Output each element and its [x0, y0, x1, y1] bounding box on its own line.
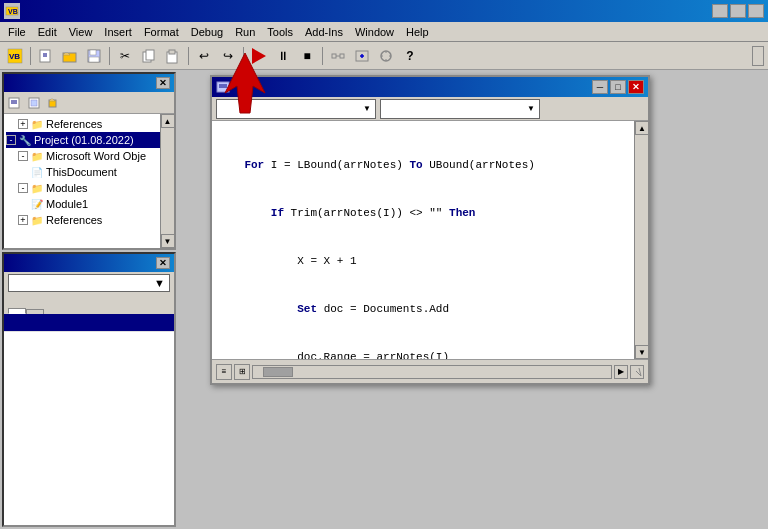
svg-rect-9 — [90, 50, 96, 55]
minimize-button[interactable] — [712, 4, 728, 18]
code-scroll-up[interactable]: ▲ — [635, 121, 648, 135]
toolbar-sep-3 — [188, 47, 189, 65]
properties-select-arrow: ▼ — [154, 277, 165, 289]
menu-item-debug[interactable]: Debug — [185, 22, 229, 41]
left-panel: ✕ — [0, 70, 178, 529]
project-toolbar — [4, 92, 174, 114]
menu-item-window[interactable]: Window — [349, 22, 400, 41]
properties-panel: ✕ ▼ — [2, 252, 176, 527]
menu-item-add-ins[interactable]: Add-Ins — [299, 22, 349, 41]
project-panel-close[interactable]: ✕ — [156, 77, 170, 89]
code-hscrollbar[interactable] — [252, 365, 612, 379]
tree-item-thisdocument[interactable]: 📄 ThisDocument — [6, 164, 172, 180]
menu-item-file[interactable]: File — [2, 22, 32, 41]
toolbar-sep-4 — [243, 47, 244, 65]
svg-rect-10 — [89, 57, 99, 62]
properties-panel-close[interactable]: ✕ — [156, 257, 170, 269]
toolbar-sep-1 — [30, 47, 31, 65]
undo-btn[interactable]: ↩ — [193, 45, 215, 67]
code-view-full-btn[interactable]: ⊞ — [234, 364, 250, 380]
code-title-left — [216, 80, 234, 94]
code-line-3: X = X + 1 — [218, 253, 628, 269]
toggle-folders-btn[interactable] — [46, 94, 64, 112]
cut-btn[interactable]: ✂ — [114, 45, 136, 67]
redo-btn[interactable]: ↪ — [217, 45, 239, 67]
code-general-combo[interactable]: ▼ — [216, 99, 376, 119]
tree-item-project[interactable]: - 🔧 Project (01.08.2022) — [6, 132, 172, 148]
design-btn[interactable] — [327, 45, 349, 67]
project-scrollbar: ▲ ▼ — [160, 114, 174, 248]
code-close-btn[interactable]: ✕ — [628, 80, 644, 94]
run-button[interactable] — [248, 45, 270, 67]
title-bar-buttons — [712, 4, 764, 18]
resize-grip[interactable] — [630, 365, 644, 379]
menu-item-format[interactable]: Format — [138, 22, 185, 41]
code-scroll-down[interactable]: ▼ — [635, 345, 648, 359]
code-view-proc-btn[interactable]: ≡ — [216, 364, 232, 380]
expand-icon[interactable]: + — [18, 215, 28, 225]
toolbar-scroll[interactable] — [752, 46, 764, 66]
tree-item-references-bottom[interactable]: + 📁 References — [6, 212, 172, 228]
code-window-icon — [216, 80, 230, 94]
tree-item-references-top[interactable]: + 📁 References — [6, 116, 172, 132]
properties-content — [4, 314, 174, 525]
new-btn[interactable] — [35, 45, 57, 67]
menu-item-tools[interactable]: Tools — [261, 22, 299, 41]
project-panel-title-bar: ✕ — [4, 74, 174, 92]
properties-name-row — [4, 314, 174, 332]
tree-item-module1[interactable]: 📝 Module1 — [6, 196, 172, 212]
properties-object-select[interactable]: ▼ — [8, 274, 170, 292]
expand-icon[interactable]: - — [18, 183, 28, 193]
pause-btn[interactable]: ⏸ — [272, 45, 294, 67]
view-code-btn[interactable] — [6, 94, 24, 112]
scroll-up-btn[interactable]: ▲ — [161, 114, 175, 128]
code-title-buttons: ─ □ ✕ — [592, 80, 644, 94]
view-object-btn[interactable] — [26, 94, 44, 112]
vb-icon-btn[interactable]: VB — [4, 45, 26, 67]
menu-item-run[interactable]: Run — [229, 22, 261, 41]
folder-icon: 📁 — [30, 181, 44, 195]
open-btn[interactable] — [59, 45, 81, 67]
menu-item-insert[interactable]: Insert — [98, 22, 138, 41]
code-minimize-btn[interactable]: ─ — [592, 80, 608, 94]
code-hscroll-thumb[interactable] — [263, 367, 293, 377]
properties-select-bar: ▼ — [4, 272, 174, 294]
svg-rect-14 — [169, 50, 175, 54]
folder-icon: 📁 — [30, 117, 44, 131]
help-btn[interactable]: ? — [399, 45, 421, 67]
menu-item-help[interactable]: Help — [400, 22, 435, 41]
doc-icon: 📄 — [30, 165, 44, 179]
tree-item-word-objects[interactable]: - 📁 Microsoft Word Obje — [6, 148, 172, 164]
stop-btn[interactable]: ■ — [296, 45, 318, 67]
code-hscroll-right[interactable]: ▶ — [614, 365, 628, 379]
grip-icon — [631, 366, 643, 378]
copy-btn[interactable] — [138, 45, 160, 67]
code-procedure-combo[interactable]: ▼ — [380, 99, 540, 119]
code-maximize-btn[interactable]: □ — [610, 80, 626, 94]
project-icon: 🔧 — [18, 133, 32, 147]
tree-label: References — [46, 214, 102, 226]
scroll-down-btn[interactable]: ▼ — [161, 234, 175, 248]
tree-item-modules[interactable]: - 📁 Modules — [6, 180, 172, 196]
svg-text:VB: VB — [8, 8, 18, 15]
svg-rect-12 — [146, 50, 154, 60]
expand-icon[interactable]: + — [18, 119, 28, 129]
save-btn[interactable] — [83, 45, 105, 67]
tools-btn[interactable] — [375, 45, 397, 67]
paste-btn[interactable] — [162, 45, 184, 67]
svg-rect-15 — [332, 54, 336, 58]
expand-icon[interactable]: - — [6, 135, 16, 145]
folder-icon: 📁 — [30, 149, 44, 163]
svg-rect-16 — [340, 54, 344, 58]
tree-label: Module1 — [46, 198, 88, 210]
title-bar: VB — [0, 0, 768, 22]
close-button[interactable] — [748, 4, 764, 18]
expand-icon[interactable]: - — [18, 151, 28, 161]
code-content[interactable]: For I = LBound(arrNotes) To UBound(arrNo… — [212, 121, 634, 359]
menu-item-view[interactable]: View — [63, 22, 99, 41]
menu-item-edit[interactable]: Edit — [32, 22, 63, 41]
code-line-4: Set doc = Documents.Add — [218, 301, 628, 317]
maximize-button[interactable] — [730, 4, 746, 18]
insert-userform-btn[interactable] — [351, 45, 373, 67]
app-icon: VB — [4, 3, 20, 19]
